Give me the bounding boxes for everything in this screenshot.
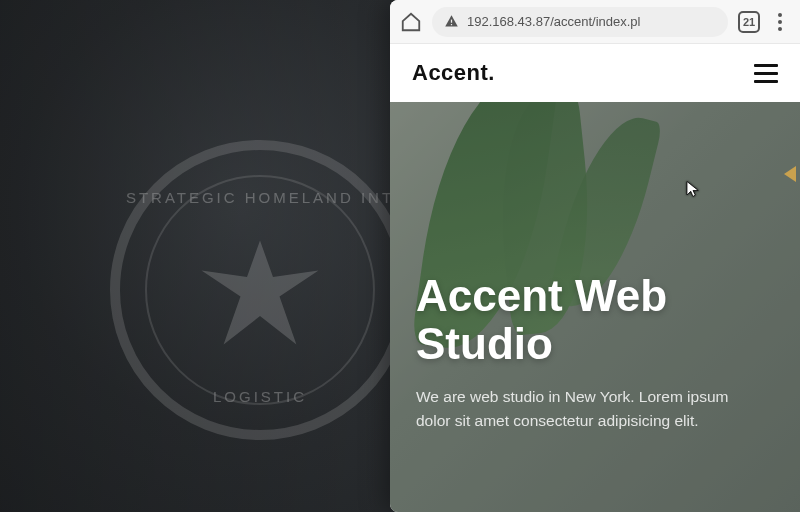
seal-bottom-text: LOGISTIC [213, 388, 307, 405]
seal-top-text: STRATEGIC HOMELAND INT [126, 189, 394, 206]
url-text: 192.168.43.87/accent/index.pl [467, 14, 640, 29]
brand-dot: . [488, 60, 495, 85]
address-bar[interactable]: 192.168.43.87/accent/index.pl [432, 7, 728, 37]
tabs-button[interactable]: 21 [738, 11, 760, 33]
hamburger-menu-icon[interactable] [754, 64, 778, 83]
tab-count: 21 [743, 16, 755, 28]
not-secure-icon [444, 14, 459, 29]
eagle-icon [195, 225, 325, 355]
svg-rect-0 [451, 20, 452, 23]
cursor-icon [684, 180, 702, 198]
home-icon[interactable] [400, 11, 422, 33]
svg-rect-1 [451, 24, 452, 25]
hero-subtitle: We are web studio in New York. Lorem ips… [416, 385, 756, 433]
browser-chrome: 192.168.43.87/accent/index.pl 21 [390, 0, 800, 44]
prev-slide-icon[interactable] [784, 166, 796, 182]
mobile-browser-window: 192.168.43.87/accent/index.pl 21 Accent.… [390, 0, 800, 512]
shield-seal: STRATEGIC HOMELAND INT LOGISTIC [110, 140, 410, 440]
overflow-menu-icon[interactable] [770, 13, 790, 31]
site-header: Accent. [390, 44, 800, 102]
brand-text: Accent [412, 60, 488, 85]
hero-section: Accent Web Studio We are web studio in N… [390, 102, 800, 512]
site-logo[interactable]: Accent. [412, 60, 495, 86]
hero-title: Accent Web Studio [416, 272, 774, 367]
